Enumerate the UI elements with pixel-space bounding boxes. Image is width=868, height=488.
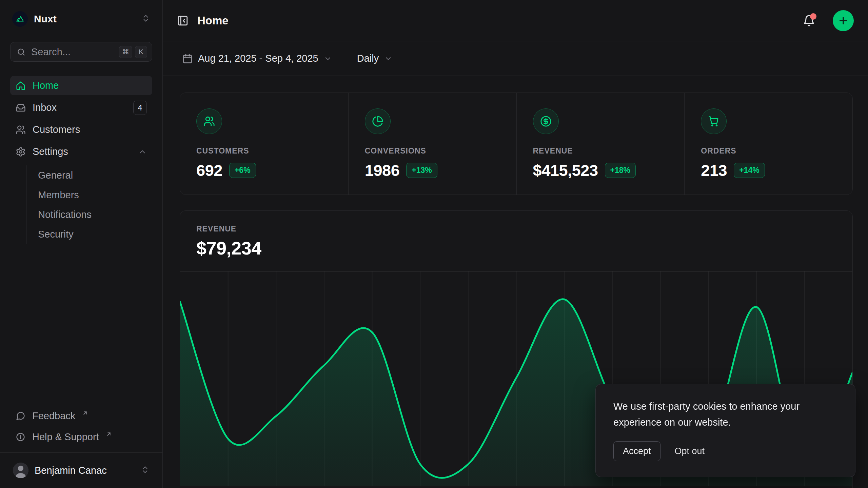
sidebar-item-inbox[interactable]: Inbox 4 bbox=[10, 98, 152, 117]
stat-value: 1986 bbox=[365, 161, 400, 180]
calendar-icon bbox=[182, 54, 193, 64]
sidebar-item-label: Inbox bbox=[33, 102, 126, 113]
user-menu-button[interactable]: Benjamin Canac bbox=[10, 460, 152, 481]
cookie-message: We use first-party cookies to enhance yo… bbox=[613, 399, 837, 430]
users-icon bbox=[16, 125, 26, 135]
page-title: Home bbox=[197, 14, 794, 27]
sidebar-user-section: Benjamin Canac bbox=[0, 452, 162, 488]
sidebar-item-customers[interactable]: Customers bbox=[10, 120, 152, 139]
date-range-value: Aug 21, 2025 - Sep 4, 2025 bbox=[198, 53, 318, 64]
sidebar-item-label: Customers bbox=[33, 124, 147, 135]
cookie-actions: Accept Opt out bbox=[613, 441, 837, 461]
stat-orders[interactable]: ORDERS 213 +14% bbox=[684, 93, 852, 195]
workspace-switcher[interactable]: Nuxt bbox=[10, 9, 152, 28]
sidebar-item-security[interactable]: Security bbox=[38, 224, 152, 244]
sidebar: Nuxt Search... ⌘ K bbox=[0, 0, 163, 488]
stat-customers[interactable]: CUSTOMERS 692 +6% bbox=[180, 93, 348, 195]
workspace-name: Nuxt bbox=[34, 13, 135, 25]
toolbar: Aug 21, 2025 - Sep 4, 2025 Daily bbox=[163, 41, 868, 76]
info-circle-icon bbox=[16, 432, 25, 442]
stat-delta-badge: +13% bbox=[406, 163, 437, 178]
gear-icon bbox=[16, 147, 26, 157]
sidebar-item-label: Settings bbox=[33, 146, 131, 157]
revenue-chart-label: REVENUE bbox=[196, 224, 836, 233]
revenue-chart-value: $79,234 bbox=[196, 238, 836, 259]
stat-delta-badge: +14% bbox=[734, 163, 765, 178]
external-link-icon bbox=[82, 410, 88, 416]
stat-label: CUSTOMERS bbox=[196, 146, 332, 156]
sidebar-item-label: Home bbox=[33, 80, 147, 91]
opt-out-button[interactable]: Opt out bbox=[675, 446, 705, 456]
chevrons-up-down-icon bbox=[141, 465, 150, 475]
chevron-down-icon bbox=[384, 55, 392, 63]
plus-icon bbox=[838, 15, 849, 26]
chevron-up-icon bbox=[138, 147, 147, 156]
nuxt-logo-icon bbox=[12, 11, 28, 27]
home-icon bbox=[16, 81, 26, 91]
sidebar-item-notifications[interactable]: Notifications bbox=[38, 205, 152, 224]
date-range-picker[interactable]: Aug 21, 2025 - Sep 4, 2025 bbox=[177, 49, 337, 68]
pie-chart-icon bbox=[365, 108, 391, 134]
search-input[interactable]: Search... ⌘ K bbox=[10, 42, 152, 62]
stat-delta-badge: +6% bbox=[229, 163, 256, 178]
stat-label: CONVERSIONS bbox=[365, 146, 500, 156]
cookie-toast: We use first-party cookies to enhance yo… bbox=[595, 384, 855, 477]
settings-sub-list: General Members Notifications Security bbox=[26, 165, 152, 244]
notification-dot bbox=[810, 13, 816, 20]
sidebar-item-home[interactable]: Home bbox=[10, 76, 152, 95]
stat-label: ORDERS bbox=[701, 146, 836, 156]
kbd-meta: ⌘ bbox=[119, 46, 132, 58]
sidebar-top: Nuxt Search... ⌘ K bbox=[0, 0, 162, 62]
kbd-k: K bbox=[135, 46, 147, 58]
chat-bubble-icon bbox=[16, 411, 25, 421]
stat-value: 213 bbox=[701, 161, 727, 180]
sidebar-spacer bbox=[0, 244, 162, 406]
users-icon bbox=[196, 108, 222, 134]
feedback-label: Feedback bbox=[32, 410, 75, 422]
sidebar-item-settings[interactable]: Settings bbox=[10, 142, 152, 161]
chevron-down-icon bbox=[324, 55, 332, 63]
stat-label: REVENUE bbox=[533, 146, 668, 156]
external-link-icon bbox=[106, 431, 112, 437]
stat-conversions[interactable]: CONVERSIONS 1986 +13% bbox=[348, 93, 516, 195]
sidebar-nav: Home Inbox 4 Customers Settings bbox=[0, 76, 162, 244]
dollar-circle-icon bbox=[533, 108, 559, 134]
stat-revenue[interactable]: REVENUE $415,523 +18% bbox=[516, 93, 685, 195]
stat-value: 692 bbox=[196, 161, 222, 180]
period-value: Daily bbox=[357, 53, 379, 64]
stats-card: CUSTOMERS 692 +6% CONVERSIONS 1986 +13% bbox=[180, 93, 853, 195]
help-support-link[interactable]: Help & Support bbox=[10, 427, 152, 446]
avatar bbox=[13, 463, 28, 478]
user-name: Benjamin Canac bbox=[35, 465, 135, 476]
sidebar-item-members[interactable]: Members bbox=[38, 185, 152, 205]
period-select[interactable]: Daily bbox=[352, 49, 398, 68]
accept-button[interactable]: Accept bbox=[613, 441, 660, 461]
inbox-count-badge: 4 bbox=[133, 101, 147, 115]
sidebar-item-general[interactable]: General bbox=[38, 165, 152, 185]
search-placeholder: Search... bbox=[31, 46, 114, 58]
page-header: Home bbox=[163, 0, 868, 41]
stat-value: $415,523 bbox=[533, 161, 598, 180]
help-support-label: Help & Support bbox=[32, 431, 99, 443]
feedback-link[interactable]: Feedback bbox=[10, 406, 152, 425]
add-button[interactable] bbox=[833, 10, 854, 31]
cart-icon bbox=[701, 108, 727, 134]
sidebar-footer-links: Feedback Help & Support bbox=[0, 406, 162, 452]
sidebar-collapse-icon[interactable] bbox=[177, 15, 189, 26]
chevrons-up-down-icon bbox=[141, 14, 150, 24]
revenue-chart-header: REVENUE $79,234 bbox=[180, 211, 852, 259]
search-icon bbox=[17, 47, 26, 57]
search-kbd-hint: ⌘ K bbox=[119, 46, 147, 58]
notifications-button[interactable] bbox=[803, 15, 815, 27]
inbox-icon bbox=[16, 103, 26, 113]
stat-delta-badge: +18% bbox=[605, 163, 636, 178]
